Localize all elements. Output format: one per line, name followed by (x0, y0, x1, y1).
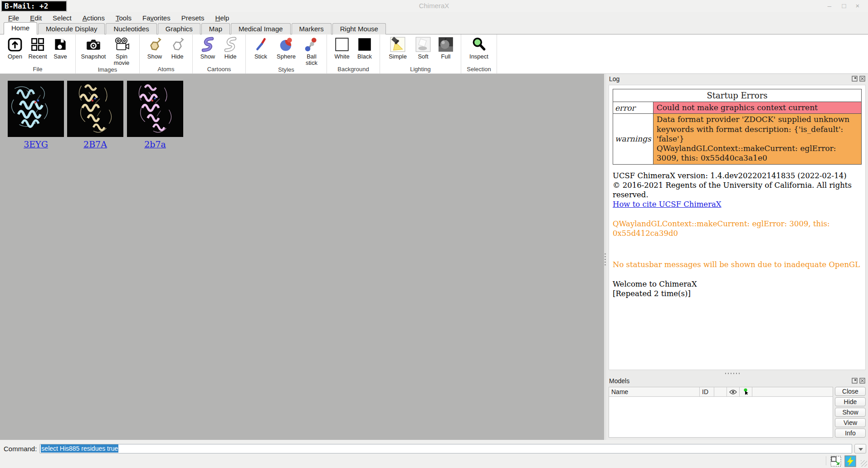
home-toolbar: Open Recent Save File Snapshot Spin movi… (0, 34, 868, 74)
ball-stick-button[interactable]: Ball stick (301, 36, 322, 66)
models-buttons: Close Hide Show View Info (833, 387, 866, 438)
undock-panel-icon[interactable] (852, 76, 858, 82)
selection-cursor-icon (743, 388, 749, 395)
menu-actions[interactable]: Actions (77, 13, 110, 23)
window-title: ChimeraX (0, 2, 868, 10)
close-panel-icon[interactable] (859, 76, 865, 82)
cartoons-hide-button[interactable]: Hide (220, 36, 241, 60)
toolbar-group-selection: Inspect Selection (461, 34, 497, 73)
resize-grip[interactable] (861, 460, 867, 467)
panel-horizontal-splitter[interactable] (606, 371, 868, 376)
background-black-button[interactable]: Black (354, 36, 375, 60)
log-version-line: UCSF ChimeraX version: 1.4.dev2022021418… (613, 171, 862, 180)
structure-thumbnail-3eyg: 3EYG (8, 81, 64, 149)
command-selected-text: select His885 residues true (41, 444, 118, 453)
group-label-styles: Styles (250, 66, 322, 73)
menu-favorites[interactable]: Favorites (137, 13, 176, 23)
menu-help[interactable]: Help (210, 13, 235, 23)
toolbar-group-background: White Black Background (327, 34, 380, 73)
recent-button[interactable]: Recent (27, 36, 48, 60)
tab-right-mouse[interactable]: Right Mouse (332, 23, 386, 34)
tab-map[interactable]: Map (201, 23, 230, 34)
structure-image-3eyg[interactable] (8, 81, 64, 137)
models-show-button[interactable]: Show (835, 408, 866, 417)
models-hide-button[interactable]: Hide (835, 397, 866, 406)
snapshot-button[interactable]: Snapshot (80, 36, 107, 60)
models-close-button[interactable]: Close (835, 387, 866, 396)
full-photo-icon (438, 36, 454, 53)
menu-edit[interactable]: Edit (24, 13, 47, 23)
stick-button[interactable]: Stick (250, 36, 271, 60)
cite-chimerax-link[interactable]: How to cite UCSF ChimeraX (613, 200, 722, 209)
stick-icon (253, 36, 269, 53)
open-icon (7, 36, 23, 53)
tab-markers[interactable]: Markers (292, 23, 332, 34)
eye-icon (729, 390, 737, 395)
startup-error-row: error Could not make graphics context cu… (613, 102, 862, 114)
tab-home[interactable]: Home (4, 22, 37, 34)
save-button[interactable]: Save (50, 36, 71, 60)
fast-graphics-icon[interactable] (844, 455, 856, 467)
models-view-button[interactable]: View (835, 418, 866, 427)
tab-medical-image[interactable]: Medical Image (231, 23, 291, 34)
structure-image-2b7a-upper[interactable] (67, 81, 123, 137)
log-repeated-line: [Repeated 2 time(s)] (613, 289, 862, 298)
camera-icon (85, 36, 102, 53)
pdb-link-2b7a-upper[interactable]: 2B7A (83, 139, 107, 149)
tab-nucleotides[interactable]: Nucleotides (106, 23, 156, 34)
models-table-rows-empty[interactable] (609, 397, 833, 437)
atoms-show-button[interactable]: Show (144, 36, 165, 60)
log-content[interactable]: Startup Errors error Could not make grap… (609, 85, 866, 370)
models-info-button[interactable]: Info (835, 429, 866, 438)
column-header-id[interactable]: ID (700, 387, 714, 396)
group-label-atoms: Atoms (144, 66, 188, 73)
close-panel-icon[interactable] (859, 378, 865, 384)
maximize-button[interactable]: □ (837, 0, 851, 12)
command-history-dropdown[interactable] (854, 444, 866, 453)
lighting-full-button[interactable]: Full (435, 36, 456, 60)
cartoons-show-button[interactable]: Show (197, 36, 218, 60)
menu-file[interactable]: File (3, 13, 24, 23)
column-header-name[interactable]: Name (609, 387, 700, 396)
status-bar (0, 454, 868, 468)
splitter-grip-icon (605, 253, 606, 265)
column-header-shown[interactable] (727, 387, 740, 396)
log-welcome-line: Welcome to ChimeraX (613, 279, 862, 289)
toolbar-group-file: Open Recent Save File (0, 34, 76, 73)
lighting-soft-button[interactable]: Soft (413, 36, 434, 60)
pdb-link-3eyg[interactable]: 3EYG (24, 139, 48, 149)
undock-panel-icon[interactable] (852, 378, 858, 384)
save-floppy-icon (52, 36, 68, 53)
log-copyright-line: © 2016-2021 Regents of the University of… (613, 180, 862, 200)
graphics-viewport[interactable]: 3EYG 2B7A (0, 74, 604, 440)
close-button[interactable]: × (851, 0, 864, 12)
bmail-overlay-badge: B-Mail: +2 (1, 0, 67, 12)
atoms-hide-button[interactable]: Hide (167, 36, 188, 60)
window-size-icon[interactable] (830, 455, 842, 467)
sphere-button[interactable]: Sphere (273, 36, 299, 60)
spin-movie-button[interactable]: Spin movie (108, 36, 135, 66)
models-panel-title: Models (609, 377, 629, 385)
cartoon-show-icon (200, 36, 216, 53)
command-input[interactable]: select His885 residues true (39, 444, 852, 453)
menu-tools[interactable]: Tools (110, 13, 137, 23)
splitter-grip-icon (725, 373, 741, 374)
tab-graphics[interactable]: Graphics (158, 23, 200, 34)
inspect-button[interactable]: Inspect (466, 36, 492, 60)
column-header-selected[interactable] (740, 387, 752, 396)
group-label-images: Images (80, 66, 135, 73)
structure-image-2b7a-lower[interactable] (127, 81, 183, 137)
tab-molecule-display[interactable]: Molecule Display (38, 23, 105, 34)
menu-select[interactable]: Select (47, 13, 77, 23)
toolbar-group-styles: Stick Sphere Ball stick Styles (246, 34, 327, 73)
pdb-link-2b7a-lower[interactable]: 2b7a (144, 139, 166, 149)
log-statusbar-warning-line: No statusbar messages will be shown due … (613, 260, 862, 269)
menu-presets[interactable]: Presets (176, 13, 210, 23)
lighting-simple-button[interactable]: Simple (385, 36, 411, 60)
column-header-blank[interactable] (714, 387, 727, 396)
toolbar-group-lighting: Simple Soft Full Lighting (380, 34, 461, 73)
inspect-magnifier-icon (471, 36, 487, 53)
minimize-button[interactable]: – (823, 0, 836, 12)
open-button[interactable]: Open (5, 36, 25, 60)
background-white-button[interactable]: White (332, 36, 352, 60)
